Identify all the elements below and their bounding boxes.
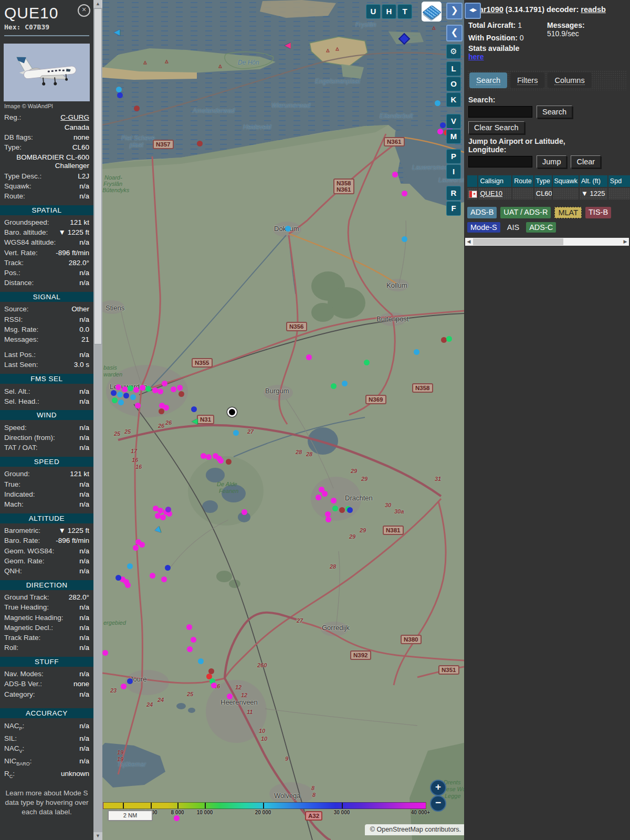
aircraft-dot[interactable]	[331, 498, 337, 503]
aircraft-dot[interactable]	[339, 507, 345, 513]
aircraft-dot[interactable]	[140, 385, 145, 391]
aircraft-dot[interactable]	[127, 678, 133, 684]
jump-clear-button[interactable]: Clear	[571, 155, 601, 168]
aircraft-dot[interactable]	[191, 637, 196, 643]
aircraft-dot[interactable]	[118, 400, 124, 405]
aircraft-dot[interactable]	[437, 129, 443, 134]
aircraft-dot[interactable]	[364, 360, 370, 365]
aircraft-dot[interactable]	[134, 106, 140, 111]
aircraft-dot[interactable]	[165, 507, 171, 512]
tab-filters[interactable]: Filters	[510, 72, 544, 88]
map-button-pan-right[interactable]: ❯	[446, 3, 463, 19]
map-button-pan-left[interactable]: ❮	[446, 25, 463, 41]
aircraft-dot[interactable]	[316, 495, 321, 500]
map-button-toggle-l[interactable]: L	[446, 61, 461, 76]
aircraft-dot[interactable]	[145, 386, 151, 392]
aircraft-triangle-icon[interactable]: ◀	[192, 417, 198, 425]
map-canvas[interactable]: StiensDokkumKollumBuitenpostLeeuwardenBu…	[102, 0, 464, 840]
aircraft-dot[interactable]	[177, 385, 183, 391]
aircraft-dot[interactable]	[242, 509, 247, 515]
aircraft-dot[interactable]	[206, 454, 212, 460]
aircraft-dot[interactable]	[117, 92, 123, 98]
jump-input[interactable]	[468, 156, 532, 167]
map-button-toggle-v[interactable]: V	[446, 114, 461, 129]
aircraft-dot[interactable]	[178, 391, 184, 397]
aircraft-dot[interactable]	[139, 542, 145, 548]
aircraft-dot[interactable]	[116, 384, 121, 390]
aircraft-dot[interactable]	[159, 408, 164, 414]
tab-search[interactable]: Search	[469, 72, 507, 88]
aircraft-dot[interactable]	[285, 226, 291, 232]
map-button-toggle-p[interactable]: P	[446, 149, 461, 164]
aircraft-dot[interactable]	[150, 573, 155, 579]
sidebar-scrollbar[interactable]: ▲ ▼	[93, 0, 102, 840]
scroll-left-icon[interactable]: ◀	[465, 238, 472, 246]
map-button-toggle-k[interactable]: K	[446, 92, 461, 107]
aircraft-dot[interactable]	[402, 191, 407, 196]
aircraft-triangle-icon[interactable]: ◀	[114, 28, 120, 36]
layer-switcher-icon[interactable]	[422, 2, 442, 22]
aircraft-dot[interactable]	[322, 491, 328, 497]
readsb-link[interactable]: readsb	[581, 5, 606, 14]
aircraft-dot[interactable]	[171, 386, 176, 392]
zoom-out-button[interactable]: −	[430, 795, 446, 812]
aircraft-dot[interactable]	[402, 236, 407, 242]
aircraft-dot[interactable]	[127, 563, 133, 569]
filter-chip-ais[interactable]: AIS	[504, 222, 522, 233]
column-header-Alt. (ft)[interactable]: Alt. (ft)	[580, 175, 607, 187]
map-button-u[interactable]: U	[366, 4, 381, 19]
aircraft-dot[interactable]	[191, 406, 197, 412]
filter-chip-ads-b[interactable]: ADS-B	[467, 207, 497, 218]
map-button-toggle-f[interactable]: F	[446, 201, 461, 216]
aircraft-dot[interactable]	[347, 507, 353, 513]
column-header-Route[interactable]: Route	[512, 175, 533, 187]
scroll-down-icon[interactable]: ▼	[93, 832, 102, 840]
aircraft-dot[interactable]	[158, 388, 163, 394]
aircraft-dot[interactable]	[227, 694, 233, 699]
aircraft-dot[interactable]	[121, 684, 127, 689]
scrollbar-thumb[interactable]	[94, 8, 102, 344]
table-horizontal-scrollbar[interactable]: ◀ ▶	[465, 238, 629, 246]
aircraft-dot[interactable]	[211, 682, 217, 688]
aircraft-dot[interactable]	[130, 394, 136, 400]
aircraft-dot[interactable]	[332, 506, 338, 511]
aircraft-dot[interactable]	[306, 354, 312, 360]
filter-chip-uat-ads-r[interactable]: UAT / ADS-R	[500, 207, 551, 218]
map-button-toggle-r[interactable]: R	[446, 186, 461, 201]
column-header-Callsign[interactable]: Callsign	[478, 175, 511, 187]
map-button-settings[interactable]: ⚙	[446, 44, 461, 59]
filter-chip-mlat[interactable]: MLAT	[554, 207, 582, 218]
map-button-toggle-o[interactable]: O	[446, 77, 461, 91]
aircraft-dot[interactable]	[111, 390, 117, 396]
aircraft-dot[interactable]	[122, 386, 128, 392]
aircraft-dot[interactable]	[135, 403, 141, 408]
tab-columns[interactable]: Columns	[548, 72, 591, 88]
aircraft-dot[interactable]	[161, 576, 167, 582]
aircraft-dot[interactable]	[187, 646, 193, 652]
column-header-Type[interactable]: Type	[534, 175, 552, 187]
map-button-h[interactable]: H	[382, 4, 396, 19]
map-button-toggle-m[interactable]: M	[446, 129, 461, 144]
aircraft-dot[interactable]	[186, 624, 192, 630]
aircraft-dot[interactable]	[414, 349, 419, 355]
filter-chip-mode-s[interactable]: Mode-S	[467, 222, 500, 233]
row-value[interactable]: C-GURG	[24, 113, 89, 122]
aircraft-dot[interactable]	[163, 405, 169, 411]
aircraft-dot[interactable]	[392, 172, 398, 177]
table-row[interactable]: QUE10CL60▼ 1225	[467, 188, 630, 200]
aircraft-dot[interactable]	[128, 385, 133, 391]
search-button[interactable]: Search	[537, 106, 572, 118]
aircraft-dot[interactable]	[116, 575, 121, 581]
column-header-flag[interactable]	[467, 175, 477, 187]
aircraft-dot[interactable]	[165, 565, 171, 571]
aircraft-dot[interactable]	[218, 458, 224, 464]
aircraft-dot[interactable]	[116, 87, 122, 92]
map-button-t[interactable]: T	[397, 4, 412, 19]
map-attribution[interactable]: © OpenStreetMap contributors.	[365, 824, 464, 835]
filter-chip-tis-b[interactable]: TIS-B	[585, 207, 611, 218]
aircraft-dot[interactable]	[117, 392, 123, 397]
aircraft-dot[interactable]	[125, 582, 131, 588]
column-header-Squawk[interactable]: Squawk	[553, 175, 579, 187]
aircraft-dot[interactable]	[342, 381, 348, 386]
clear-search-button[interactable]: Clear Search	[468, 121, 524, 134]
